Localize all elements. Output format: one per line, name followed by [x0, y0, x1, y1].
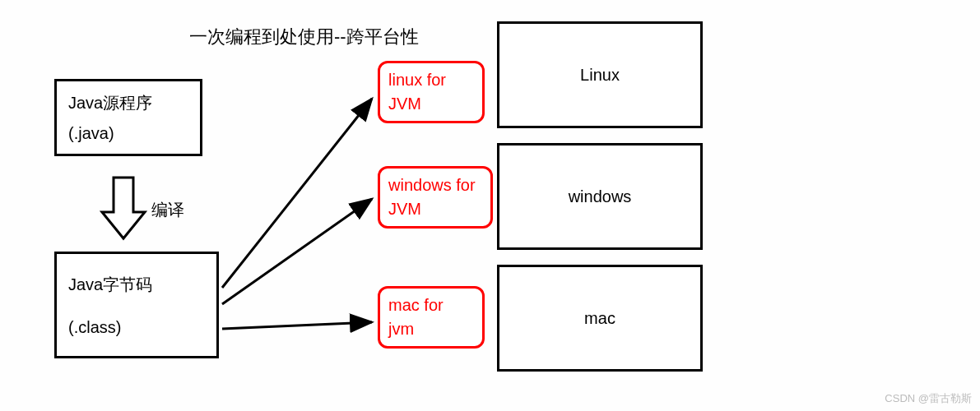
jvm-mac-line2: jvm — [388, 320, 474, 339]
diagram-title: 一次编程到处使用--跨平台性 — [189, 25, 419, 49]
jvm-mac-line1: mac for — [388, 296, 474, 315]
platform-box-linux: Linux — [497, 21, 703, 128]
platform-box-mac: mac — [497, 265, 703, 372]
bytecode-line1: Java字节码 — [68, 274, 205, 296]
arrow-to-mac-icon — [222, 322, 372, 329]
jvm-linux-line2: JVM — [388, 95, 474, 113]
platform-windows-label: windows — [569, 187, 632, 206]
watermark: CSDN @雷古勒斯 — [885, 391, 972, 406]
compile-label: 编译 — [151, 199, 184, 221]
arrow-to-linux-icon — [222, 99, 372, 288]
platform-mac-label: mac — [584, 309, 615, 328]
jvm-linux-line1: linux for — [388, 71, 474, 90]
java-source-box: Java源程序 (.java) — [54, 79, 202, 156]
compile-arrow-icon — [102, 178, 145, 238]
jvm-windows-line1: windows for — [388, 176, 482, 195]
arrow-to-windows-icon — [222, 199, 372, 304]
java-source-line1: Java源程序 — [68, 92, 188, 114]
jvm-box-mac: mac for jvm — [378, 286, 485, 349]
jvm-box-linux: linux for JVM — [378, 61, 485, 123]
java-source-line2: (.java) — [68, 124, 188, 143]
platform-box-windows: windows — [497, 143, 703, 250]
jvm-box-windows: windows for JVM — [378, 166, 493, 229]
bytecode-box: Java字节码 (.class) — [54, 252, 219, 358]
bytecode-line2: (.class) — [68, 318, 205, 337]
platform-linux-label: Linux — [580, 66, 620, 85]
jvm-windows-line2: JVM — [388, 200, 482, 219]
